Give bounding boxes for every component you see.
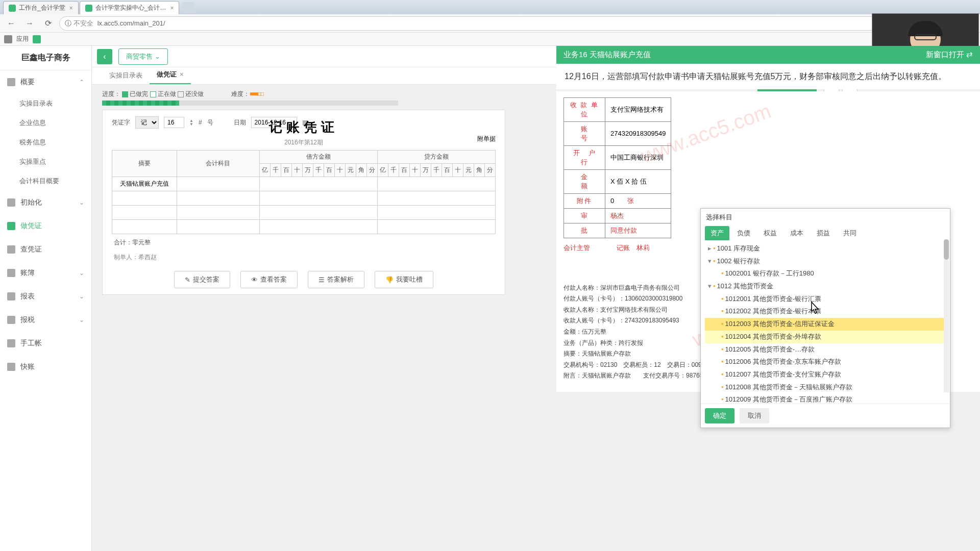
debit-cell[interactable] [259,177,377,191]
tree-item[interactable]: ▾▪1012 其他货币资金 [705,280,946,293]
tree-item[interactable]: ▪1012001 其他货币资金-银行汇票 [705,293,946,306]
tree-item[interactable]: ▾▪1002 银行存款 [705,255,946,268]
browser-tabs: 工作台_会计学堂× 会计学堂实操中心_会计…× [0,0,980,14]
tree-item[interactable]: ▪1002001 银行存款－工行1980 [705,267,946,280]
chevron-up-icon: ⌃ [79,79,84,86]
picker-tab[interactable]: 资产 [705,226,729,240]
close-icon[interactable]: × [69,5,73,12]
picker-tab[interactable]: 损益 [811,226,836,240]
new-tab-button[interactable] [182,2,194,13]
submit-button[interactable]: ✎ 提交答案 [174,271,230,288]
bookmark-item[interactable]: 应用 [16,35,29,43]
tab-catalog[interactable]: 实操目录表 [102,67,150,84]
tree-item[interactable]: ▪1012007 其他货币资金-支付宝账户存款 [705,368,946,381]
collapse-sidebar-button[interactable]: ‹ [97,49,112,64]
digit-header: 百 [324,164,334,177]
nav-sub[interactable]: 实操目录表 [0,94,91,113]
nav-sub[interactable]: 会计科目概要 [0,171,91,191]
receipt-unit: 张 [627,197,634,205]
feedback-button[interactable]: 👎 我要吐槽 [375,271,433,288]
tax-icon [7,316,15,324]
subject-cell[interactable] [177,177,259,191]
bookmark-icon[interactable] [33,35,41,43]
apps-icon[interactable] [4,35,12,43]
close-icon[interactable]: × [180,70,184,78]
nav-overview[interactable]: 概要⌃ [0,70,91,94]
digit-header: 角 [474,164,484,177]
favicon-icon [9,5,16,12]
account-tree[interactable]: ▸▪1001 库存现金▾▪1002 银行存款▪1002001 银行存款－工行19… [701,240,950,404]
tab-title: 会计学堂实操中心_会计… [95,4,166,12]
credit-cell[interactable] [377,177,495,191]
status-text: 正在做 [158,90,176,97]
receipt-label: 开 户 行 [564,145,605,169]
credit-cell[interactable] [377,191,495,206]
summary-cell[interactable] [112,191,177,206]
analyze-button[interactable]: ☰ 答案解析 [308,271,364,288]
tree-item[interactable]: ▪1012004 其他货币资金-外埠存款 [705,331,946,343]
browser-tab[interactable]: 会计学堂实操中心_会计…× [80,1,180,14]
tree-item[interactable]: ▪1012006 其他货币资金-京东车账户存款 [705,356,946,368]
subject-cell[interactable] [177,191,259,206]
picker-title: 选择科目 [701,209,950,226]
favicon-icon [85,5,92,12]
subject-cell[interactable] [177,206,259,220]
picker-tab[interactable]: 成本 [785,226,809,240]
browser-tab[interactable]: 工作台_会计学堂× [3,1,79,14]
cancel-button[interactable]: 取消 [740,408,769,423]
nav-tax[interactable]: 报税⌄ [0,308,91,332]
industry-dropdown[interactable]: 商贸零售 ⌄ [118,48,168,65]
insecure-badge: ⓘ 不安全 [65,19,97,28]
tab-voucher[interactable]: 做凭证× [150,66,191,84]
tree-item[interactable]: ▪1012002 其他货币资金-银行本票 [705,305,946,318]
tree-item[interactable]: ▪1012009 其他货币资金－百度推广账户存款 [705,393,946,404]
summary-cell[interactable]: 天猫钻展账户充值 [112,177,177,191]
view-answer-button[interactable]: 👁 查看答案 [240,271,298,288]
nav-quick[interactable]: 快账 [0,355,91,379]
nav-ledger[interactable]: 账簿⌄ [0,261,91,285]
digit-header: 十 [291,164,302,177]
scrollbar[interactable] [944,239,949,392]
tree-item[interactable]: ▪1012008 其他货币资金－天猫钻展账户存款 [705,381,946,394]
debit-cell[interactable] [259,191,377,206]
picker-tab[interactable]: 负债 [731,226,756,240]
back-button[interactable]: ← [4,16,18,31]
voucher-type-select[interactable]: 记 [135,116,159,129]
url-bar[interactable]: ⓘ 不安全 lx.acc5.com/main_201/ [59,16,976,31]
debit-cell[interactable] [259,220,377,234]
voucher-no-input[interactable] [164,117,184,128]
scroll-thumb[interactable] [944,239,949,260]
nav-query-voucher[interactable]: 查凭证 [0,238,91,261]
mgr-label: 会计主管 [564,244,590,252]
tree-item[interactable]: ▪1012003 其他货币资金-信用证保证金 [705,318,946,331]
forward-button[interactable]: → [22,16,37,31]
receipt-label: 收 款 单 位 [564,97,605,121]
summary-cell[interactable] [112,206,177,220]
pen-icon [7,339,15,347]
summary-cell[interactable] [112,220,177,234]
tree-item[interactable]: ▸▪1001 库存现金 [705,242,946,255]
nav-sub[interactable]: 企业信息 [0,113,91,133]
reload-button[interactable]: ⟳ [41,16,55,31]
col-debit: 借方金额 [259,151,377,164]
nav-manual[interactable]: 手工帐 [0,332,91,355]
picker-tab[interactable]: 权益 [758,226,782,240]
new-window-button[interactable]: 新窗口打开 ⇄ [926,50,973,60]
nav-make-voucher[interactable]: 做凭证 [0,214,91,238]
nav-sub[interactable]: 实操重点 [0,152,91,171]
nav-report[interactable]: 报表⌄ [0,285,91,308]
nav-init[interactable]: 初始化⌄ [0,191,91,214]
subject-cell[interactable] [177,220,259,234]
rec-name: 林莉 [636,244,650,252]
stepper-down-icon[interactable]: ▼ [189,122,193,126]
credit-cell[interactable] [377,220,495,234]
picker-tab[interactable]: 共同 [838,226,862,240]
difficulty-stars: ■■■□□ [250,90,263,97]
nav-sub[interactable]: 税务信息 [0,133,91,152]
tree-item[interactable]: ▪1012005 其他货币资金-…存款 [705,343,946,356]
company-title: 巨鑫电子商务 [0,46,91,70]
close-icon[interactable]: × [170,5,174,12]
ok-button[interactable]: 确定 [705,408,734,423]
debit-cell[interactable] [259,206,377,220]
credit-cell[interactable] [377,206,495,220]
